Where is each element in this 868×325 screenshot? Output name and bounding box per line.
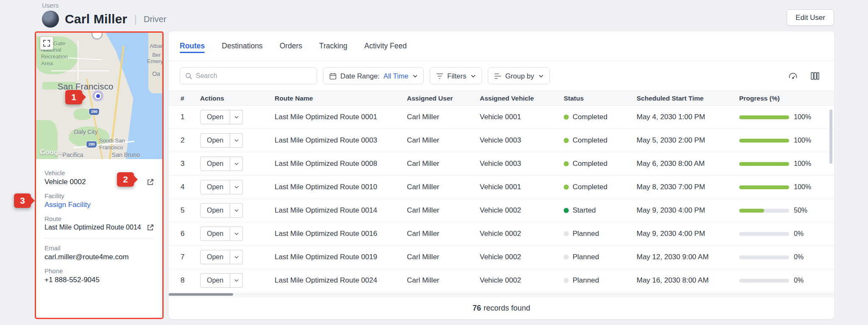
open-dropdown-caret[interactable] [230, 180, 243, 194]
progress-label: 100% [794, 137, 811, 144]
highway-shield-280: 280 [86, 141, 97, 148]
search-input[interactable] [196, 72, 312, 80]
route-name-cell[interactable]: Last Mile Optimized Route 0003 [275, 136, 407, 145]
search-box[interactable] [180, 67, 317, 84]
column-header-route-name[interactable]: Route Name [275, 95, 407, 102]
edit-user-button[interactable]: Edit User [787, 9, 834, 26]
dashboard-gauge-button[interactable] [785, 68, 801, 84]
open-route-button[interactable]: Open [200, 180, 243, 194]
open-dropdown-caret[interactable] [230, 133, 243, 148]
status-label: Planned [573, 230, 599, 238]
open-route-button[interactable]: Open [200, 157, 243, 171]
assigned-user-cell: Carl Miller [407, 183, 480, 191]
progress-bar [739, 139, 789, 143]
open-button-label[interactable]: Open [200, 110, 230, 124]
status-cell: Completed [564, 136, 637, 145]
route-name-cell[interactable]: Last Mile Optimized Route 0019 [275, 253, 407, 261]
highway-shield-280: 280 [89, 109, 99, 115]
open-dropdown-caret[interactable] [230, 273, 243, 288]
facility-field-label: Facility [45, 192, 154, 199]
assigned-vehicle-cell: Vehicle 0002 [480, 206, 564, 215]
status-label: Started [573, 206, 596, 215]
open-button-label[interactable]: Open [200, 157, 230, 171]
open-dropdown-caret[interactable] [230, 250, 243, 264]
open-dropdown-caret[interactable] [230, 203, 243, 218]
route-name-cell[interactable]: Last Mile Optimized Route 0008 [275, 160, 407, 168]
status-label: Planned [573, 276, 599, 285]
avatar [42, 11, 59, 28]
map[interactable]: 280 280 Iden Gate National Recreation Ar… [36, 33, 162, 159]
tab-orders[interactable]: Orders [280, 31, 302, 61]
start-time-cell: May 9, 2030 4:00 PM [637, 230, 739, 238]
route-name-cell[interactable]: Last Mile Optimized Route 0016 [275, 230, 407, 238]
column-header-actions[interactable]: Actions [200, 95, 275, 102]
search-icon [185, 73, 192, 79]
open-button-label[interactable]: Open [200, 250, 230, 264]
tab-destinations[interactable]: Destinations [222, 31, 262, 61]
date-range-button[interactable]: Date Range: All Time [323, 67, 424, 84]
progress-label: 0% [794, 253, 804, 261]
open-route-button[interactable]: Open [200, 273, 243, 288]
route-name-cell[interactable]: Last Mile Optimized Route 0001 [275, 113, 407, 121]
open-dropdown-caret[interactable] [230, 157, 243, 171]
column-header-progress[interactable]: Progress (%) [739, 95, 834, 102]
vertical-scrollbar-thumb[interactable] [829, 109, 832, 164]
progress-cell: 100% [739, 113, 834, 121]
open-button-label[interactable]: Open [200, 180, 230, 194]
column-header-status[interactable]: Status [564, 95, 637, 102]
column-header-number[interactable]: # [169, 95, 200, 102]
profile-fields: Vehicle Vehicle 0002 Facility Assign Fac… [36, 159, 162, 284]
filters-button[interactable]: Filters [430, 67, 482, 84]
open-button-label[interactable]: Open [200, 273, 230, 288]
group-by-button[interactable]: Group by [488, 67, 550, 84]
open-route-button[interactable]: Open [200, 227, 243, 241]
vehicle-external-link-icon[interactable] [147, 179, 154, 186]
route-name-cell[interactable]: Last Mile Optimized Route 0010 [275, 183, 407, 191]
progress-cell: 100% [739, 160, 834, 168]
map-road [78, 40, 78, 81]
route-external-link-icon[interactable] [147, 224, 154, 231]
horizontal-scrollbar-thumb[interactable] [169, 293, 233, 296]
route-name-cell[interactable]: Last Mile Optimized Route 0024 [275, 276, 407, 285]
breadcrumb[interactable]: Users [42, 2, 58, 9]
open-route-button[interactable]: Open [200, 203, 243, 218]
status-dot [564, 255, 569, 260]
column-header-assigned-user[interactable]: Assigned User [407, 95, 480, 102]
open-route-button[interactable]: Open [200, 250, 243, 264]
table-row: 5 Open Last Mile Optimized Route 0014 Ca… [169, 199, 834, 222]
vehicle-field-value: Vehicle 0002 [45, 178, 86, 186]
row-number: 6 [169, 230, 200, 238]
open-dropdown-caret[interactable] [230, 110, 243, 124]
columns-icon [810, 71, 820, 81]
vehicle-location-marker[interactable] [92, 90, 103, 101]
table-row: 4 Open Last Mile Optimized Route 0010 Ca… [169, 176, 834, 199]
chevron-down-icon [413, 75, 417, 78]
open-route-button[interactable]: Open [200, 110, 243, 124]
tab-tracking[interactable]: Tracking [319, 31, 347, 61]
route-name-cell[interactable]: Last Mile Optimized Route 0014 [275, 206, 407, 215]
column-header-assigned-vehicle[interactable]: Assigned Vehicle [480, 95, 564, 102]
start-time-cell: May 12, 2030 9:00 AM [637, 253, 739, 261]
status-cell: Completed [564, 113, 637, 121]
assign-facility-link[interactable]: Assign Facility [45, 201, 91, 209]
map-fullscreen-button[interactable] [40, 37, 53, 50]
open-dropdown-caret[interactable] [230, 227, 243, 241]
open-route-button[interactable]: Open [200, 133, 243, 148]
column-header-start-time[interactable]: Scheduled Start Time [637, 95, 739, 102]
map-label-pacifica: Pacifica [63, 151, 83, 158]
progress-label: 0% [794, 277, 804, 284]
row-actions-cell: Open [200, 133, 275, 148]
tab-routes[interactable]: Routes [180, 31, 205, 61]
route-field-label: Route [45, 215, 154, 222]
progress-bar [739, 279, 789, 283]
columns-settings-button[interactable] [807, 68, 823, 84]
open-button-label[interactable]: Open [200, 203, 230, 218]
status-label: Completed [573, 113, 607, 121]
row-number: 5 [169, 206, 200, 215]
tab-activity-feed[interactable]: Activity Feed [364, 31, 407, 61]
progress-fill [739, 139, 789, 143]
assigned-user-cell: Carl Miller [407, 113, 480, 121]
open-button-label[interactable]: Open [200, 133, 230, 148]
open-button-label[interactable]: Open [200, 227, 230, 241]
horizontal-scrollbar-track[interactable] [169, 293, 834, 296]
